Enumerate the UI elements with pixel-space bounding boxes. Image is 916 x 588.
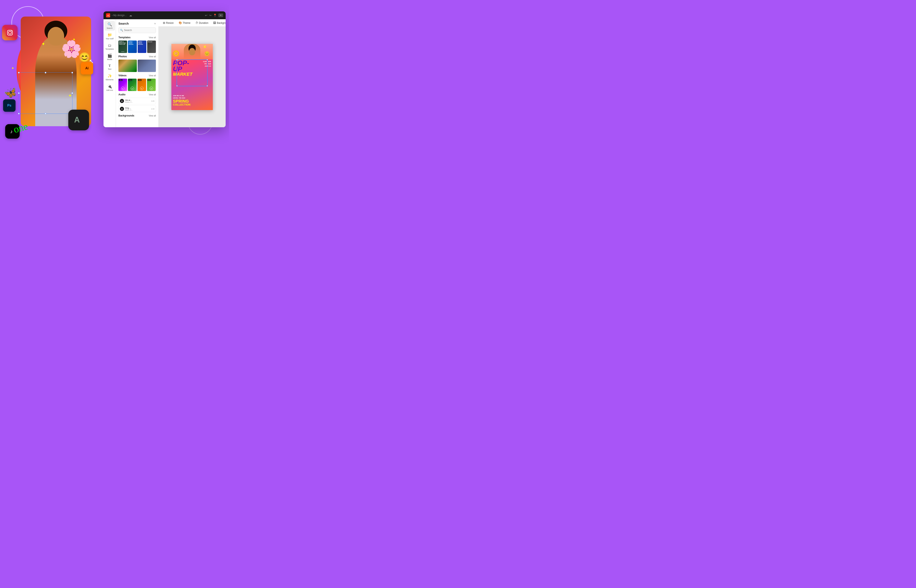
redo-button[interactable]: ↪ xyxy=(209,14,212,17)
green-scribble: one xyxy=(13,122,28,134)
app-window: A ‹ My design... ☁ ↩ ↪ 📍 + 🔍 Search 📁 Yo… xyxy=(104,11,226,127)
video-item-1[interactable]: 20 s ▶ xyxy=(118,79,127,91)
sidebar-item-elements[interactable]: ✨ Elements xyxy=(104,73,115,82)
sidebar-item-your-stuff[interactable]: 📁 Your stuff xyxy=(104,31,115,41)
back-button[interactable]: ‹ My design... xyxy=(112,14,127,17)
photos-section-title: Photos xyxy=(118,55,127,58)
photos-grid xyxy=(118,60,156,72)
title-actions: ↩ ↪ 📍 + xyxy=(205,13,223,17)
toolbar: ⊞ Resize 🎨 Theme ⏱ Duration 🖼 Background… xyxy=(159,19,226,27)
poster-flower-blue: 🌼 xyxy=(172,50,180,57)
audio-play-1[interactable]: ▶ xyxy=(120,99,124,103)
videos-grid: 20 s ▶ 11 s ▶ 14 s ▶ xyxy=(118,79,156,91)
elements-icon: ✨ xyxy=(107,74,112,78)
svg-point-3 xyxy=(11,31,12,31)
panel-title: Search xyxy=(118,22,129,25)
app-content: 🔍 Search 📁 Your stuff 🗂 Templates 🎬 Medi… xyxy=(104,19,226,127)
background-button[interactable]: 🖼 Background xyxy=(211,21,226,25)
butterfly-decoration: 🦋 xyxy=(3,86,18,100)
search-panel: Search × 🔍 Templates View all MERRY & BR… xyxy=(116,19,159,127)
photo-item-2[interactable] xyxy=(138,60,156,72)
poster-time: 11AM - 6PM xyxy=(203,60,211,63)
templates-view-all[interactable]: View all xyxy=(149,36,156,39)
sidebar: 🔍 Search 📁 Your stuff 🗂 Templates 🎬 Medi… xyxy=(104,19,116,127)
video-item-3[interactable]: 14 s ▶ xyxy=(138,79,146,91)
audio-duration-2: 2:15 xyxy=(151,108,154,110)
videos-view-all[interactable]: View all xyxy=(149,74,156,77)
close-button[interactable]: × xyxy=(154,22,156,25)
audio-section-title: Audio xyxy=(118,93,125,96)
photos-view-all[interactable]: View all xyxy=(149,55,156,58)
poster-days: FRI - SUN xyxy=(203,63,211,65)
play-icon-2: ▶ xyxy=(121,108,123,110)
template-item-1[interactable]: MERRY & BRIGHT NEW YEAR CLUB xyxy=(118,40,127,53)
svg-text:A: A xyxy=(74,115,80,124)
left-decorative-area: → xyxy=(0,0,120,147)
audio-title-2: King ... xyxy=(125,107,150,109)
audio-view-all[interactable]: View all xyxy=(149,94,156,96)
video-duration-1: 20 s xyxy=(119,79,123,81)
selection-handle-bl xyxy=(18,113,19,115)
audio-play-2[interactable]: ▶ xyxy=(120,107,124,111)
resize-button[interactable]: ⊞ Resize xyxy=(161,21,176,25)
audio-item-2[interactable]: ▶ King ... Earth, C... 2:15 xyxy=(118,105,156,112)
smiley-decoration: 😊 xyxy=(79,52,90,63)
design-canvas[interactable]: 🌼 😊 🌟 Pop- Up Market 11AM - 6PM xyxy=(172,44,213,110)
poster-spring-text: SPRING xyxy=(173,99,211,103)
audio-info-1: We ar... Brass, C... xyxy=(125,99,150,103)
adobe-express-icon: A xyxy=(68,110,89,130)
backgrounds-section-title: Backgrounds xyxy=(118,114,134,117)
search-icon: 🔍 xyxy=(107,22,112,27)
videos-section-header: Videos View all xyxy=(118,74,156,77)
theme-button[interactable]: 🎨 Theme xyxy=(176,21,193,25)
template-item-3[interactable]: LGBTQ+ YOUTH HOUSING xyxy=(138,40,146,53)
audio-section-header: Audio View all xyxy=(118,93,156,96)
sidebar-label-templates: Templates xyxy=(105,48,114,50)
sidebar-item-templates[interactable]: 🗂 Templates xyxy=(104,42,115,52)
sidebar-item-search[interactable]: 🔍 Search xyxy=(104,21,115,31)
video-item-2[interactable]: 11 s ▶ xyxy=(128,79,137,91)
video-duration-2: 11 s xyxy=(129,79,132,81)
background-label: Background xyxy=(217,21,226,24)
poster-market-text: Market xyxy=(173,72,211,76)
backgrounds-section-header: Backgrounds View all xyxy=(118,114,156,117)
svg-rect-0 xyxy=(6,29,14,37)
your-stuff-icon: 📁 xyxy=(107,33,112,37)
theme-label: Theme xyxy=(183,21,191,24)
instagram-icon xyxy=(2,25,18,40)
panel-header: Search × xyxy=(118,22,156,25)
videos-section-title: Videos xyxy=(118,74,126,77)
resize-icon: ⊞ xyxy=(163,21,165,24)
sidebar-item-add-ons[interactable]: 🔌 Add ons xyxy=(104,83,115,93)
theme-icon: 🎨 xyxy=(179,21,182,24)
duration-button[interactable]: ⏱ Duration xyxy=(193,21,210,25)
video-item-4[interactable]: 11 s ▶ xyxy=(147,79,156,91)
canvas-area: 🌼 😊 🌟 Pop- Up Market 11AM - 6PM xyxy=(159,27,226,127)
photo-item-1[interactable] xyxy=(118,60,137,72)
template-item-2[interactable]: LGBTQ+ YOUTH HOUSING xyxy=(128,40,137,53)
sidebar-label-text: Text xyxy=(108,68,112,70)
sparkle-4: ✦ xyxy=(11,66,14,70)
poster-collection-text: COLLECTION xyxy=(173,103,211,106)
sidebar-label-search: Search xyxy=(107,27,113,29)
backgrounds-view-all[interactable]: View all xyxy=(149,115,156,117)
poster-dates: JUNE 4-6 xyxy=(203,65,211,67)
add-button[interactable]: + xyxy=(218,13,223,17)
audio-item-1[interactable]: ▶ We ar... Brass, C... 4:20 xyxy=(118,98,156,104)
sidebar-item-media[interactable]: 🎬 Media xyxy=(104,52,115,62)
undo-button[interactable]: ↩ xyxy=(205,14,207,17)
sidebar-item-text[interactable]: T Text xyxy=(104,63,115,71)
template-item-4[interactable]: Memorial xyxy=(147,40,156,53)
templates-section-header: Templates View all xyxy=(118,36,156,39)
poster-time-info: 11AM - 6PM FRI - SUN JUNE 4-6 xyxy=(203,60,211,68)
search-input[interactable] xyxy=(118,27,156,33)
sidebar-label-add-ons: Add ons xyxy=(106,89,113,92)
title-bar: A ‹ My design... ☁ ↩ ↪ 📍 + xyxy=(104,11,226,19)
sidebar-label-media: Media xyxy=(107,58,112,61)
templates-icon: 🗂 xyxy=(108,43,112,48)
duration-icon: ⏱ xyxy=(196,21,198,24)
video-duration-4: 11 s xyxy=(147,79,151,81)
background-icon: 🖼 xyxy=(213,21,216,24)
right-panel: ⊞ Resize 🎨 Theme ⏱ Duration 🖼 Background… xyxy=(159,19,226,127)
location-button[interactable]: 📍 xyxy=(213,14,217,17)
